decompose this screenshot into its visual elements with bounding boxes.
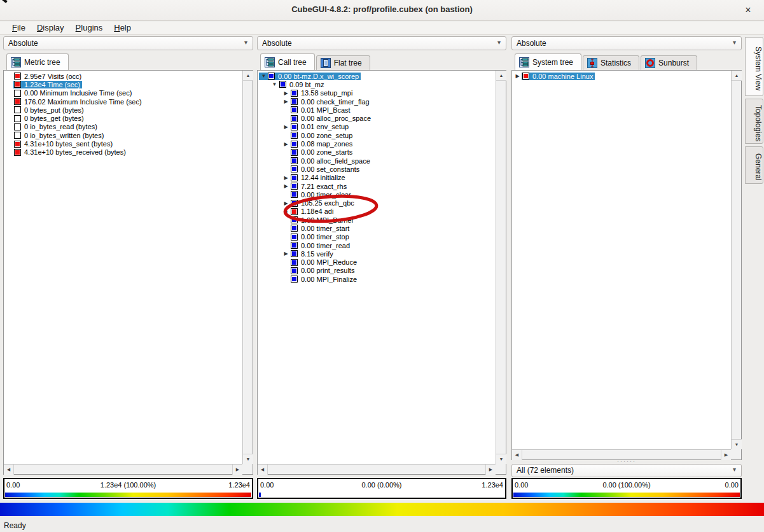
- tree-item-body[interactable]: 176.02 Maximum Inclusive Time (sec): [13, 98, 144, 106]
- system-value-mode-select[interactable]: Absolute ▾: [511, 36, 742, 50]
- scroll-right-icon[interactable]: ▶: [721, 450, 731, 460]
- tree-item-0-01-mpi-bcast[interactable]: 0.01 MPI_Bcast: [282, 106, 496, 114]
- scroll-down-icon[interactable]: ▼: [243, 454, 253, 464]
- expand-arrow-icon[interactable]: ▶: [282, 209, 290, 214]
- tab-statistics[interactable]: Statistics: [583, 55, 639, 70]
- tree-item-body[interactable]: 0 io_bytes_read (bytes): [13, 123, 99, 130]
- tree-item-2-95e7-visits-occ-[interactable]: 2.95e7 Visits (occ): [5, 72, 242, 80]
- tree-item-body[interactable]: 0.00 print_results: [290, 267, 356, 274]
- tree-item-body[interactable]: 8.15 verify: [290, 250, 335, 258]
- expand-arrow-icon[interactable]: ▶: [513, 73, 522, 79]
- scroll-right-icon[interactable]: ▶: [232, 465, 242, 475]
- tab-system-tree[interactable]: System tree: [515, 53, 581, 70]
- tree-item-body[interactable]: 0.00 alloc_field_space: [290, 157, 372, 165]
- expand-arrow-icon[interactable]: ▶: [282, 90, 290, 96]
- tree-item-1-18e4-adi[interactable]: ▶1.18e4 adi: [282, 207, 496, 216]
- tree-item-body[interactable]: 0.00 timer_stop: [290, 233, 351, 241]
- tab-flat-tree[interactable]: Flat tree: [316, 55, 370, 70]
- scroll-up-icon[interactable]: ▲: [496, 71, 506, 81]
- tree-item-body[interactable]: 2.95e7 Visits (occ): [13, 73, 83, 80]
- collapse-arrow-icon[interactable]: ▼: [260, 73, 268, 79]
- tab-call-tree[interactable]: Call tree: [260, 53, 315, 70]
- tree-item-0-00-mpi-reduce[interactable]: 0.00 MPI_Reduce: [282, 258, 496, 267]
- tree-item-12-44-initialize[interactable]: ▶12.44 initialize: [282, 174, 496, 182]
- tree-item-105-25-exch-qbc[interactable]: ▶105.25 exch_qbc: [282, 199, 496, 207]
- tree-item-body[interactable]: 4.31e+10 bytes_sent (bytes): [13, 140, 115, 148]
- tree-item-body[interactable]: 4.31e+10 bytes_received (bytes): [13, 148, 128, 156]
- tree-item-body[interactable]: 1.18e4 adi: [290, 207, 335, 215]
- scroll-up-icon[interactable]: ▲: [243, 71, 253, 81]
- call-value-mode-select[interactable]: Absolute ▾: [257, 36, 506, 50]
- call-hscrollbar[interactable]: ◀ ▶: [258, 464, 496, 474]
- tree-item-0-00-alloc-field-space[interactable]: 0.00 alloc_field_space: [282, 157, 496, 165]
- tree-item-0-bytes-get-bytes-[interactable]: 0 bytes_get (bytes): [5, 114, 242, 122]
- tab-metric-tree[interactable]: Metric tree: [6, 53, 69, 70]
- tree-item-0-00-timer-read[interactable]: 0.00 timer_read: [282, 241, 496, 249]
- tree-item-body[interactable]: 0 bytes_get (bytes): [13, 115, 86, 122]
- side-tab-topologies[interactable]: Topologies: [745, 99, 763, 144]
- scroll-left-icon[interactable]: ◀: [4, 465, 14, 475]
- tree-item-0-00-bt-mz-d-x-wi-scorep[interactable]: ▼0.00 bt-mz.D.x_wi_scorep: [259, 72, 496, 80]
- tree-item-body[interactable]: 0.00 timer_read: [290, 242, 352, 249]
- tree-item-0-00-minimum-inclusive-time-sec-[interactable]: 0.00 Minimum Inclusive Time (sec): [5, 89, 242, 97]
- menu-file[interactable]: File: [6, 22, 31, 32]
- tree-item-0-io-bytes-written-bytes-[interactable]: 0 io_bytes_written (bytes): [5, 131, 242, 139]
- side-tab-general[interactable]: General: [745, 146, 763, 184]
- tree-item-0-09-bt-mz[interactable]: ▼0.09 bt_mz: [270, 80, 496, 88]
- tree-item-0-00-print-results[interactable]: 0.00 print_results: [282, 267, 496, 275]
- tree-item-body[interactable]: 105.25 exch_qbc: [290, 199, 356, 207]
- tree-item-body[interactable]: 0.08 map_zones: [290, 140, 354, 148]
- expand-arrow-icon[interactable]: ▶: [282, 175, 290, 181]
- tree-item-7-21-exact-rhs[interactable]: ▶7.21 exact_rhs: [282, 182, 496, 190]
- system-filter-select[interactable]: All (72 elements) ▾: [511, 464, 742, 477]
- close-icon[interactable]: ×: [741, 3, 755, 17]
- tree-item-body[interactable]: 7.21 exact_rhs: [290, 183, 349, 190]
- tree-item-0-00-set-constants[interactable]: 0.00 set_constants: [282, 165, 496, 173]
- tree-item-body[interactable]: ▼0.00 bt-mz.D.x_wi_scorep: [259, 73, 361, 80]
- system-vscrollbar[interactable]: ▲ ▼: [731, 71, 741, 449]
- metric-vscrollbar[interactable]: ▲ ▼: [242, 71, 253, 464]
- tree-item-body[interactable]: 0.00 MPI_Finalize: [290, 276, 359, 283]
- tree-item-body[interactable]: 0.00 check_timer_flag: [290, 98, 372, 106]
- tree-item-1-00-mpi-barrier[interactable]: 1.00 MPI_Barrier: [282, 216, 496, 224]
- scroll-down-icon[interactable]: ▼: [732, 439, 742, 449]
- menu-help[interactable]: Help: [108, 22, 137, 32]
- tree-item-0-io-bytes-read-bytes-[interactable]: 0 io_bytes_read (bytes): [5, 123, 242, 131]
- scroll-left-icon[interactable]: ◀: [512, 450, 522, 460]
- side-tab-system-view[interactable]: System View: [745, 37, 763, 96]
- tree-item-body[interactable]: 0 io_bytes_written (bytes): [13, 132, 106, 139]
- tree-item-body[interactable]: 0.00 alloc_proc_space: [290, 115, 373, 122]
- tab-sunburst[interactable]: Sunburst: [641, 55, 697, 70]
- tree-item-4-31e-10-bytes-received-bytes-[interactable]: 4.31e+10 bytes_received (bytes): [5, 148, 242, 157]
- tree-item-body[interactable]: 0.01 MPI_Bcast: [290, 106, 352, 114]
- tree-item-0-00-zone-setup[interactable]: 0.00 zone_setup: [282, 131, 496, 139]
- metric-hscrollbar[interactable]: ◀ ▶: [4, 464, 242, 474]
- expand-arrow-icon[interactable]: ▶: [282, 141, 290, 147]
- tree-item-body[interactable]: 0.00 timer_start: [290, 225, 351, 232]
- call-vscrollbar[interactable]: ▲ ▼: [496, 71, 506, 464]
- tree-item-1-23e4-time-sec-[interactable]: 1.23e4 Time (sec): [5, 80, 242, 88]
- tree-item-4-31e-10-bytes-sent-bytes-[interactable]: 4.31e+10 bytes_sent (bytes): [5, 139, 242, 148]
- tree-item-body[interactable]: 13.58 setup_mpi: [290, 89, 354, 97]
- tree-item-body[interactable]: 0.00 zone_starts: [290, 148, 354, 156]
- menu-display[interactable]: Display: [31, 22, 70, 32]
- collapse-arrow-icon[interactable]: ▼: [270, 81, 279, 87]
- tree-item-0-00-timer-clear[interactable]: 0.00 timer_clear: [282, 190, 496, 199]
- tree-item-0-00-timer-stop[interactable]: 0.00 timer_stop: [282, 233, 496, 241]
- tree-item-body[interactable]: 0.00 Minimum Inclusive Time (sec): [13, 89, 134, 97]
- expand-arrow-icon[interactable]: ▶: [282, 200, 290, 206]
- metric-value-mode-select[interactable]: Absolute ▾: [3, 36, 253, 50]
- expand-arrow-icon[interactable]: ▶: [282, 99, 290, 104]
- tree-item-body[interactable]: 1.23e4 Time (sec): [13, 81, 82, 88]
- tree-item-13-58-setup-mpi[interactable]: ▶13.58 setup_mpi: [282, 89, 496, 97]
- tree-item-body[interactable]: 0.00 zone_setup: [290, 132, 354, 139]
- tree-item-0-bytes-put-bytes-[interactable]: 0 bytes_put (bytes): [5, 106, 242, 114]
- tree-item-body[interactable]: 1.00 MPI_Barrier: [290, 216, 356, 224]
- tree-item-0-00-machine-linux[interactable]: ▶0.00 machine Linux: [513, 72, 731, 80]
- menu-plugins[interactable]: Plugins: [70, 22, 109, 32]
- expand-arrow-icon[interactable]: ▶: [282, 251, 290, 256]
- expand-arrow-icon[interactable]: ▶: [282, 183, 290, 189]
- tree-item-body[interactable]: 12.44 initialize: [290, 174, 347, 181]
- tree-item-8-15-verify[interactable]: ▶8.15 verify: [282, 249, 496, 258]
- tree-item-176-02-maximum-inclusive-time-sec-[interactable]: 176.02 Maximum Inclusive Time (sec): [5, 97, 242, 106]
